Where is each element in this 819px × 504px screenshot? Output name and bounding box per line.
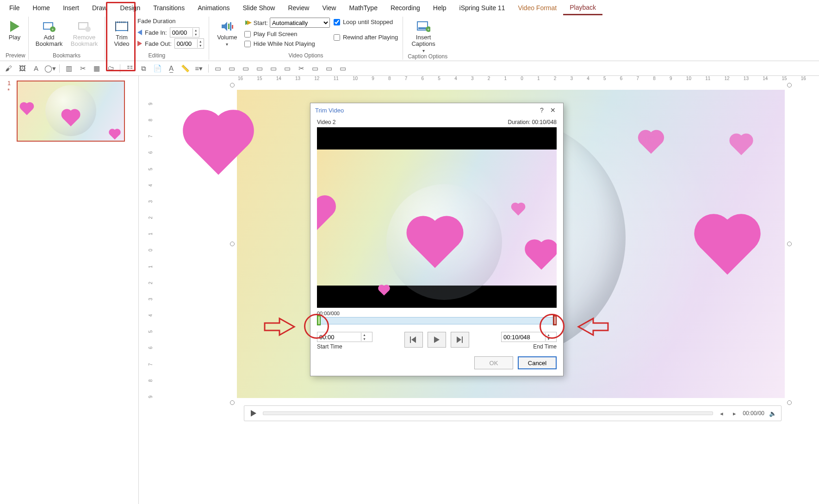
insert-captions-button[interactable]: + Insert Captions: [408, 18, 439, 53]
fullscreen-checkbox[interactable]: Play Full Screen: [244, 31, 330, 37]
start-time-up[interactable]: ▲: [361, 333, 367, 337]
video-step-fwd[interactable]: ▸: [730, 410, 739, 417]
qat-dup-icon[interactable]: ⧉: [139, 64, 148, 73]
qat-layer-icon[interactable]: 🗂: [106, 64, 115, 73]
tab-recording[interactable]: Recording: [384, 1, 427, 14]
qat-cut-icon[interactable]: ✂: [297, 64, 306, 73]
tab-design[interactable]: Design: [114, 1, 147, 14]
qat-pic-icon[interactable]: 🖼: [18, 64, 27, 73]
qat-i4-icon[interactable]: ▭: [255, 64, 264, 73]
start-select[interactable]: Automatically: [270, 18, 330, 28]
timeline-end-handle[interactable]: [553, 315, 557, 325]
fade-out-up[interactable]: ▲: [198, 39, 204, 44]
qat-columns-icon[interactable]: ▥: [64, 64, 74, 73]
fade-out-down[interactable]: ▼: [198, 44, 204, 48]
group-bookmarks: + Add Bookmark Remove Bookmark Bookmarks: [29, 17, 105, 60]
tab-help[interactable]: Help: [427, 1, 453, 14]
qat-text-icon[interactable]: A: [31, 64, 41, 73]
tab-file[interactable]: File: [3, 1, 26, 14]
qat-i9-icon[interactable]: ▭: [338, 64, 347, 73]
tab-insert[interactable]: Insert: [56, 1, 86, 14]
trim-video-label: Trim Video: [114, 34, 129, 47]
qat-table-icon[interactable]: ☷: [125, 64, 134, 73]
start-time-field[interactable]: ▲▼: [317, 332, 372, 342]
qat-i5-icon[interactable]: ▭: [269, 64, 278, 73]
loop-checkbox[interactable]: Loop until Stopped: [334, 19, 398, 25]
end-time-down[interactable]: ▼: [546, 337, 552, 341]
tab-transitions[interactable]: Transitions: [147, 1, 191, 14]
timeline-bar[interactable]: [317, 317, 557, 324]
fade-in-up[interactable]: ▲: [193, 28, 199, 32]
handle-tl[interactable]: [230, 83, 235, 87]
qat-copy-icon[interactable]: 📄: [153, 64, 162, 73]
tab-mathtype[interactable]: MathType: [342, 1, 384, 14]
start-time-input[interactable]: [317, 334, 361, 341]
qat-ruler-icon[interactable]: 📏: [180, 64, 190, 73]
qat-i2-icon[interactable]: ▭: [227, 64, 236, 73]
qat-align-icon[interactable]: ≡▾: [194, 64, 204, 73]
qat-i1-icon[interactable]: ▭: [213, 64, 223, 73]
hide-checkbox[interactable]: Hide While Not Playing: [244, 40, 330, 47]
handle-ml[interactable]: [230, 242, 235, 246]
qat-brush-icon[interactable]: 🖌: [4, 64, 13, 73]
fade-out-field[interactable]: ▲▼: [174, 38, 204, 49]
dialog-next-frame[interactable]: [451, 332, 469, 348]
handle-mr[interactable]: [787, 242, 792, 246]
volume-button[interactable]: Volume: [214, 18, 241, 47]
video-progress-track[interactable]: [263, 411, 713, 415]
video-play-button[interactable]: [248, 408, 259, 419]
fade-out-input[interactable]: [175, 40, 197, 47]
qat-grid-icon[interactable]: ▦: [92, 64, 101, 73]
video-mute-icon[interactable]: 🔈: [768, 410, 777, 417]
dialog-cancel-button[interactable]: Cancel: [518, 356, 557, 369]
handle-bl[interactable]: [230, 400, 235, 405]
end-time-up[interactable]: ▲: [546, 333, 552, 337]
dialog-ok-button[interactable]: OK: [474, 356, 513, 369]
qat-i3-icon[interactable]: ▭: [241, 64, 250, 73]
qat-crop-icon[interactable]: ✂: [78, 64, 87, 73]
tab-home[interactable]: Home: [26, 1, 56, 14]
dialog-help-button[interactable]: ?: [536, 106, 547, 114]
tab-ispring[interactable]: iSpring Suite 11: [453, 1, 512, 14]
dialog-play[interactable]: [428, 332, 446, 348]
fade-in-field[interactable]: ▲▼: [170, 27, 199, 37]
tab-playback[interactable]: Playback: [563, 1, 602, 15]
qat-textfx-icon[interactable]: A̲: [167, 64, 176, 73]
qat-i8-icon[interactable]: ▭: [324, 64, 334, 73]
tab-video-format[interactable]: Video Format: [511, 1, 563, 14]
play-button[interactable]: Play: [6, 18, 24, 41]
timeline-start-handle[interactable]: [317, 315, 321, 325]
end-time-input[interactable]: [502, 334, 545, 341]
qat-i7-icon[interactable]: ▭: [310, 64, 320, 73]
qat-i6-icon[interactable]: ▭: [283, 64, 292, 73]
trim-video-button[interactable]: Trim Video: [110, 18, 134, 47]
dialog-prev-frame[interactable]: [404, 332, 423, 348]
start-time-down[interactable]: ▼: [361, 337, 367, 341]
fade-in-down[interactable]: ▼: [193, 32, 199, 37]
video-step-back[interactable]: ◂: [717, 410, 726, 417]
add-bookmark-button[interactable]: + Add Bookmark: [33, 18, 65, 47]
fade-out-icon: [137, 41, 142, 46]
end-time-field[interactable]: ▲▼: [501, 332, 557, 342]
qat-shape-icon[interactable]: ◯▾: [45, 64, 55, 73]
fullscreen-label: Play Full Screen: [254, 31, 298, 37]
group-video-options-label: Video Options: [214, 52, 398, 60]
tab-view[interactable]: View: [316, 1, 342, 14]
tab-draw[interactable]: Draw: [86, 1, 114, 14]
svg-marker-27: [434, 336, 440, 343]
start-icon: [244, 19, 252, 26]
dialog-close-button[interactable]: ✕: [547, 106, 558, 114]
tab-slideshow[interactable]: Slide Show: [236, 1, 281, 14]
tab-review[interactable]: Review: [281, 1, 316, 14]
handle-br[interactable]: [787, 400, 792, 405]
slide-thumbnail-1[interactable]: [17, 81, 125, 142]
play-icon: [7, 19, 23, 33]
dialog-timeline[interactable]: [317, 315, 557, 325]
handle-tr[interactable]: [787, 83, 792, 87]
tab-animations[interactable]: Animations: [191, 1, 236, 14]
fade-in-input[interactable]: [170, 29, 192, 36]
rewind-checkbox[interactable]: Rewind after Playing: [334, 34, 398, 41]
slide-animation-star: *: [7, 87, 10, 94]
svg-text:+: +: [427, 27, 429, 32]
hide-label: Hide While Not Playing: [254, 40, 315, 47]
